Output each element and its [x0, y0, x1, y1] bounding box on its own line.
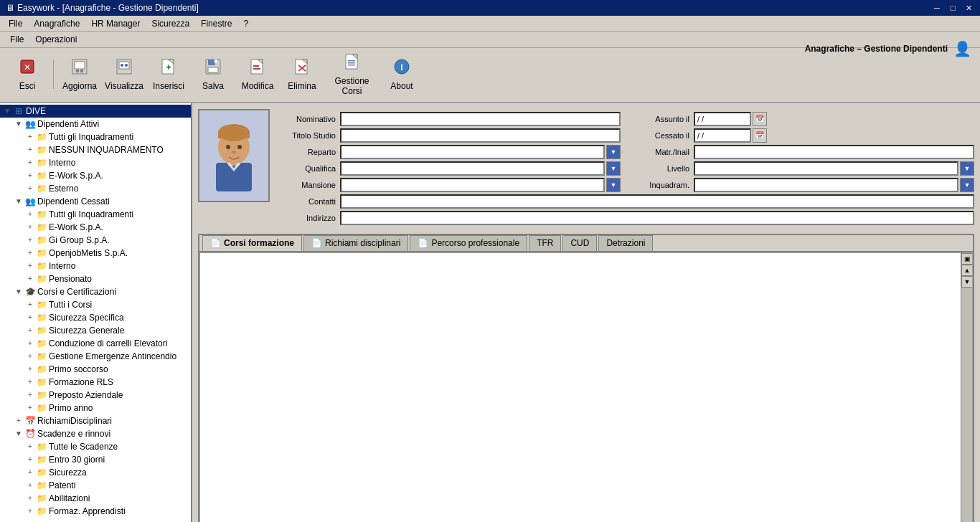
minimize-button[interactable]: ─ — [931, 4, 943, 13]
sidebar-item-primo-anno[interactable]: + 📁 Primo anno — [0, 402, 191, 414]
tab-tfr[interactable]: TFR — [529, 235, 561, 251]
reparto-field: ▼ — [340, 145, 621, 159]
reparto-dropdown-button[interactable]: ▼ — [606, 145, 621, 159]
sidebar-item-entro-30[interactable]: + 📁 Entro 30 giorni — [0, 453, 191, 466]
scroll-up-button[interactable]: ▲ — [961, 265, 973, 276]
sidebar-item-tutti-inquadramenti[interactable]: + 📁 Tutti gli Inquadramenti — [0, 130, 191, 143]
inquadram-dropdown-button[interactable]: ▼ — [960, 178, 974, 192]
tab-percorso[interactable]: 📄 Percorso professionale — [410, 235, 527, 251]
menu-finestre[interactable]: Finestre — [195, 17, 237, 30]
menu-anagrafiche[interactable]: Anagrafiche — [28, 17, 85, 30]
menu-help[interactable]: ? — [237, 17, 254, 30]
elimina-button[interactable]: Elimina — [281, 55, 324, 94]
contatti-input[interactable] — [340, 194, 974, 209]
sidebar-item-sicurezza-scad[interactable]: + 📁 Sicurezza — [0, 466, 191, 479]
matr-inail-input[interactable] — [694, 145, 974, 159]
sidebar-item-tutti-inquadramenti-2[interactable]: + 📁 Tutti gli Inquadramenti — [0, 208, 191, 221]
sidebar-item-conduzione[interactable]: + 📁 Conduzione di carrelli Elevatori — [0, 337, 191, 350]
menu-hr-manager[interactable]: HR Manager — [85, 17, 146, 30]
tab-detrazioni[interactable]: Detrazioni — [598, 235, 653, 251]
assunto-il-label: Assunto il — [625, 115, 689, 123]
sidebar-item-sic-specifica[interactable]: + 📁 Sicurezza Specifica — [0, 311, 191, 324]
folder-icon: 📁 — [36, 506, 47, 517]
reparto-input[interactable] — [340, 145, 605, 159]
tabs-panel: 📄 Corsi formazione 📄 Richiami disciplina… — [198, 234, 974, 522]
livello-field: ▼ — [694, 161, 974, 176]
svg-rect-29 — [348, 65, 355, 66]
esci-button[interactable]: ✕ Esci — [6, 55, 49, 94]
close-button[interactable]: ✕ — [963, 4, 974, 13]
sidebar-item-dive[interactable]: ▼ ⊞ DIVE — [0, 105, 191, 118]
sidebar-item-tutti-corsi[interactable]: + 📁 Tutti i Corsi — [0, 298, 191, 311]
titolo-studio-input[interactable] — [340, 128, 621, 143]
sidebar-item-e-work[interactable]: + 📁 E-Work S.p.A. — [0, 169, 191, 182]
tab-icon-percorso: 📄 — [418, 238, 428, 248]
elimina-label: Elimina — [288, 81, 316, 91]
inquadram-label: Inquadram. — [625, 181, 689, 189]
esci-label: Esci — [19, 81, 36, 91]
sidebar-item-patenti[interactable]: + 📁 Patenti — [0, 479, 191, 492]
matr-inail-label: Matr./Inail — [625, 148, 689, 156]
sidebar-item-interno[interactable]: + 📁 Interno — [0, 156, 191, 169]
sidebar-item-pensionato[interactable]: + 📁 Pensionato — [0, 272, 191, 285]
visualizza-icon — [116, 58, 133, 80]
folder-icon: 📁 — [36, 493, 47, 504]
inserisci-label: Inserisci — [153, 81, 184, 91]
cessato-il-calendar-button[interactable]: 📅 — [753, 128, 767, 143]
tab-cud[interactable]: CUD — [562, 235, 597, 251]
tab-richiami[interactable]: 📄 Richiami disciplinari — [303, 235, 408, 251]
scroll-to-top-button[interactable]: ▣ — [961, 253, 973, 265]
people-red-icon: 👥 — [24, 196, 36, 207]
sidebar-item-sic-generale[interactable]: + 📁 Sicurezza Generale — [0, 324, 191, 337]
gestione-corsi-button[interactable]: Gestione Corsi — [325, 51, 379, 99]
nominativo-input[interactable] — [340, 112, 621, 126]
visualizza-button[interactable]: Visualizza — [103, 55, 146, 94]
sidebar-item-gestione-emergenze[interactable]: + 📁 Gestione Emergenze Antincendio — [0, 350, 191, 363]
sidebar-item-preposto[interactable]: + 📁 Preposto Aziendale — [0, 389, 191, 402]
sidebar-tree: ▼ ⊞ DIVE ▼ 👥 Dipendenti Attivi + 📁 Tutti… — [0, 103, 192, 522]
salva-button[interactable]: Salva — [192, 55, 235, 94]
sidebar-item-gi-group[interactable]: + 📁 Gi Group S.p.A. — [0, 234, 191, 247]
sidebar-item-dipendenti-attivi[interactable]: ▼ 👥 Dipendenti Attivi — [0, 118, 191, 130]
file-op[interactable]: File — [4, 33, 29, 46]
aggiorna-button[interactable]: Aggiorna — [58, 55, 101, 94]
sidebar-item-corsi-cert[interactable]: ▼ 🎓 Corsi e Certificazioni — [0, 285, 191, 298]
indirizzo-input[interactable] — [340, 211, 974, 225]
employee-details: Nominativo Assunto il / / 📅 Titolo Studi… — [198, 109, 974, 228]
mansione-dropdown-button[interactable]: ▼ — [606, 178, 621, 192]
sidebar-item-dipendenti-cessati[interactable]: ▼ 👥 Dipendenti Cessati — [0, 195, 191, 208]
employee-photo[interactable] — [198, 109, 270, 202]
assunto-il-calendar-button[interactable]: 📅 — [753, 112, 767, 126]
sidebar-item-interno-2[interactable]: + 📁 Interno — [0, 260, 191, 272]
sidebar-item-nessun-inquadramento[interactable]: + 📁 NESSUN INQUADRAMENTO — [0, 143, 191, 156]
menu-file[interactable]: File — [3, 17, 28, 30]
visualizza-label: Visualizza — [105, 81, 143, 91]
mansione-input[interactable] — [340, 178, 605, 192]
qualifica-input[interactable] — [340, 161, 605, 176]
inquadram-input[interactable] — [694, 178, 958, 192]
livello-dropdown-button[interactable]: ▼ — [960, 161, 974, 176]
sidebar-item-scadenze-rinnovi[interactable]: ▼ ⏰ Scadenze e rinnovi — [0, 427, 191, 440]
sidebar-item-formaz-apprendisti[interactable]: + 📁 Formaz. Apprendisti — [0, 505, 191, 518]
menu-sicurezza[interactable]: Sicurezza — [146, 17, 195, 30]
svg-point-8 — [121, 64, 123, 67]
sidebar-item-formazione-rls[interactable]: + 📁 Formazione RLS — [0, 376, 191, 389]
tab-header: 📄 Corsi formazione 📄 Richiami disciplina… — [199, 235, 973, 252]
livello-input[interactable] — [694, 161, 958, 176]
inserisci-button[interactable]: + Inserisci — [147, 55, 190, 94]
scroll-down-button-up[interactable]: ▼ — [961, 276, 973, 288]
restore-button[interactable]: □ — [947, 4, 958, 13]
qualifica-dropdown-button[interactable]: ▼ — [606, 161, 621, 176]
sidebar-item-primo-soccorso[interactable]: + 📁 Primo soccorso — [0, 363, 191, 376]
scroll-track — [961, 288, 972, 522]
sidebar-item-esterno[interactable]: + 📁 Esterno — [0, 182, 191, 195]
sidebar-item-e-work-2[interactable]: + 📁 E-Work S.p.A. — [0, 221, 191, 234]
modifica-button[interactable]: Modifica — [236, 55, 279, 94]
about-button[interactable]: i About — [380, 55, 423, 94]
tab-corsi-formazione[interactable]: 📄 Corsi formazione — [202, 235, 302, 251]
sidebar-item-richiami-disciplinari[interactable]: + 📅 RichiamiDisciplinari — [0, 414, 191, 427]
operazioni-op[interactable]: Operazioni — [29, 33, 83, 46]
sidebar-item-openjob[interactable]: + 📁 OpenjobMetis S.p.A. — [0, 247, 191, 260]
sidebar-item-tutte-scadenze[interactable]: + 📁 Tutte le Scadenze — [0, 440, 191, 453]
sidebar-item-abilitazioni[interactable]: + 📁 Abilitazioni — [0, 492, 191, 505]
